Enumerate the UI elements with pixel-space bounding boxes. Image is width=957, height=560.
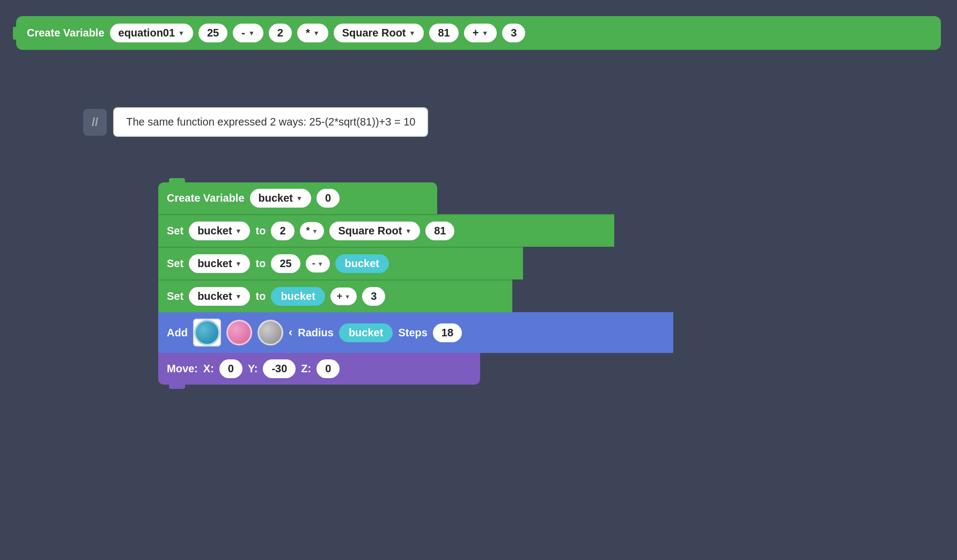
set3-bucket-arrow: ▼: [235, 293, 242, 300]
top-var-dropdown-arrow: ▼: [178, 30, 185, 37]
set3-label: Set: [167, 290, 183, 303]
y-val-pill[interactable]: -30: [263, 359, 296, 378]
set1-bucket-pill[interactable]: bucket ▼: [189, 222, 250, 240]
swatch-white-box[interactable]: [193, 319, 221, 347]
set-bucket-plus3-block[interactable]: Set bucket ▼ to bucket + ▼ 3: [158, 279, 512, 312]
set2-bucket-arrow: ▼: [235, 260, 242, 268]
x-val-pill[interactable]: 0: [219, 359, 242, 378]
x-label: X:: [203, 363, 214, 375]
set2-op-arrow: ▼: [318, 261, 323, 267]
z-label: Z:: [301, 363, 311, 375]
set3-bucket-ref-pill[interactable]: bucket: [271, 287, 325, 306]
z-val-pill[interactable]: 0: [316, 359, 340, 378]
blue-swatch[interactable]: [194, 320, 220, 345]
set1-func-arrow: ▼: [405, 227, 411, 235]
top-op1-arrow: ▼: [248, 30, 255, 37]
set2-to-label: to: [255, 257, 266, 270]
comment-block-container: // The same function expressed 2 ways: 2…: [83, 107, 428, 137]
radius-label: Radius: [298, 327, 334, 339]
set3-val-pill[interactable]: 3: [362, 287, 385, 306]
add-sphere-block[interactable]: Add ‹ Radius bucket Steps 18: [158, 312, 673, 353]
blocks-stack: Create Variable bucket ▼ 0 Set bucket ▼ …: [158, 182, 673, 385]
top-val4-pill[interactable]: 3: [502, 24, 525, 42]
set2-val1-pill[interactable]: 25: [271, 254, 300, 273]
bucket-var-dropdown-arrow: ▼: [296, 195, 303, 202]
gray-swatch[interactable]: [257, 320, 283, 345]
top-op3-pill[interactable]: + ▼: [464, 24, 497, 42]
move-label: Move:: [167, 363, 198, 375]
notch-top: [169, 178, 185, 182]
set1-bucket-arrow: ▼: [235, 227, 242, 235]
set1-to-label: to: [255, 225, 266, 237]
bucket-var-name-pill[interactable]: bucket ▼: [250, 189, 311, 208]
set1-op-arrow: ▼: [312, 228, 318, 234]
set1-op-pill[interactable]: * ▼: [300, 222, 325, 240]
steps-val-pill[interactable]: 18: [433, 323, 462, 342]
steps-label: Steps: [398, 327, 427, 339]
chevron-left-icon[interactable]: ‹: [289, 326, 292, 340]
set3-to-label: to: [255, 290, 266, 303]
y-label: Y:: [248, 363, 258, 375]
set2-label: Set: [167, 257, 183, 270]
set-bucket-25-minus-block[interactable]: Set bucket ▼ to 25 - ▼ bucket: [158, 247, 523, 279]
set3-op-pill[interactable]: + ▼: [330, 288, 357, 305]
add-bucket-ref-pill[interactable]: bucket: [339, 323, 393, 342]
set2-bucket-pill[interactable]: bucket ▼: [189, 254, 250, 273]
add-label: Add: [167, 327, 188, 339]
pink-swatch[interactable]: [226, 320, 252, 345]
top-op1-pill[interactable]: - ▼: [233, 24, 263, 42]
top-func-pill[interactable]: Square Root ▼: [334, 24, 424, 42]
set3-op-arrow: ▼: [344, 293, 350, 300]
set3-bucket-pill[interactable]: bucket ▼: [189, 287, 250, 306]
set1-label: Set: [167, 225, 183, 237]
set-bucket-sqrt-block[interactable]: Set bucket ▼ to 2 * ▼ Square Root ▼ 81: [158, 214, 614, 247]
set2-bucket-ref-pill[interactable]: bucket: [335, 254, 389, 273]
bucket-init-val-pill[interactable]: 0: [316, 189, 340, 208]
set1-func-pill[interactable]: Square Root ▼: [329, 222, 420, 240]
move-block[interactable]: Move: X: 0 Y: -30 Z: 0: [158, 353, 480, 385]
comment-text[interactable]: The same function expressed 2 ways: 25-(…: [113, 107, 428, 137]
top-op3-arrow: ▼: [482, 30, 488, 37]
top-op2-arrow: ▼: [313, 30, 320, 37]
top-create-variable-label: Create Variable: [27, 27, 105, 39]
top-func-arrow: ▼: [409, 30, 416, 37]
top-var-name-pill[interactable]: equation01 ▼: [110, 24, 193, 42]
top-val3-pill[interactable]: 81: [429, 24, 458, 42]
set1-val1-pill[interactable]: 2: [271, 222, 294, 240]
create-variable-bucket-block[interactable]: Create Variable bucket ▼ 0: [158, 182, 437, 214]
top-val2-pill[interactable]: 2: [269, 24, 292, 42]
top-op2-pill[interactable]: * ▼: [297, 24, 328, 42]
top-block-container: Create Variable equation01 ▼ 25 - ▼ 2 * …: [16, 16, 941, 50]
top-val1-pill[interactable]: 25: [198, 24, 227, 42]
top-create-variable-block[interactable]: Create Variable equation01 ▼ 25 - ▼ 2 * …: [16, 16, 941, 50]
set2-op-pill[interactable]: - ▼: [306, 255, 330, 272]
set1-val2-pill[interactable]: 81: [425, 222, 454, 240]
create-variable-label: Create Variable: [167, 192, 245, 204]
comment-slash: //: [83, 109, 107, 136]
